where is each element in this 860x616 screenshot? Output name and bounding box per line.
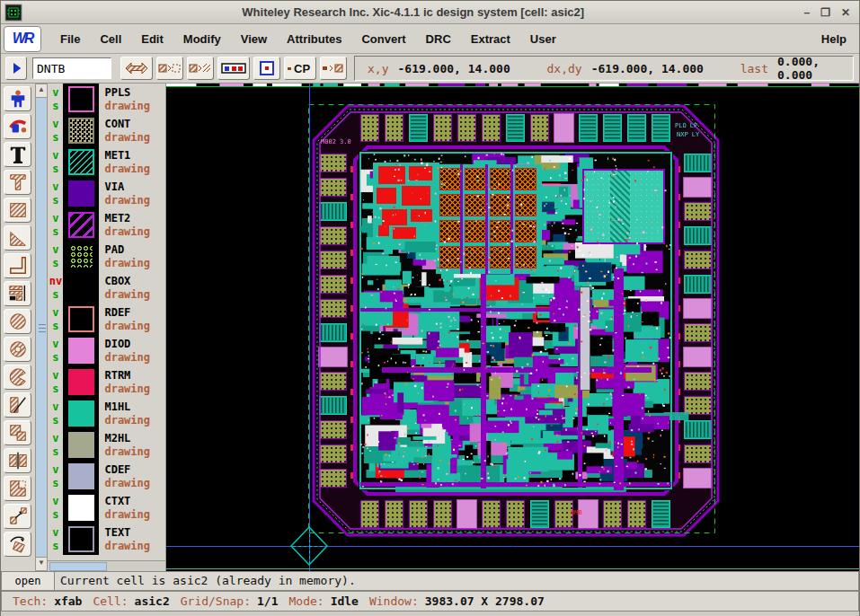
place-copy-button[interactable] [320,57,347,80]
xor-tool[interactable] [4,420,31,445]
minimize-button[interactable]: – [803,6,810,19]
layer-selectable-flag[interactable]: s [52,131,58,145]
layer-palette-button[interactable] [217,57,250,80]
palette-scroll-track[interactable] [35,98,49,557]
menu-item-modify[interactable]: Modify [173,29,231,49]
layer-swatch-diod[interactable] [68,338,94,364]
deselect-tool[interactable] [4,114,31,139]
break-tool[interactable] [4,448,31,473]
layer-swatch-cdef[interactable] [68,463,94,489]
layer-swatch-text[interactable] [68,526,94,552]
round-tool[interactable] [4,309,31,334]
layer-swatch-pad[interactable] [68,243,94,269]
layer-row-cont[interactable]: vsCONTdrawing [48,115,165,146]
layer-row-rtrm[interactable]: vsRTRMdrawing [48,366,165,398]
menu-item-drc[interactable]: DRC [416,29,461,49]
swap-windows-button[interactable] [120,57,153,80]
layer-selectable-flag[interactable]: s [52,225,58,239]
layer-visibility-flag[interactable]: v [52,526,58,540]
layer-swatch-rdef[interactable] [68,306,94,332]
layer-visibility-flag[interactable]: v [52,338,58,351]
layer-selectable-flag[interactable]: s [52,257,58,270]
spin-tool[interactable] [4,532,31,557]
layout-canvas[interactable] [166,84,859,571]
layer-swatch-met2[interactable] [68,212,94,238]
layer-swatch-rtrm[interactable] [68,369,94,395]
layer-swatch-m1hl[interactable] [68,400,94,427]
logo-tool[interactable] [4,170,31,195]
place-outline-button[interactable] [156,57,183,80]
wire-tool[interactable] [4,253,31,278]
layer-row-diod[interactable]: vsDIODdrawing [48,335,165,366]
menu-help[interactable]: Help [821,32,847,46]
palette-hscrollbar[interactable] [48,560,165,571]
menu-item-file[interactable]: File [50,29,90,49]
polygon-tool[interactable] [4,225,31,251]
layer-swatch-m2hl[interactable] [68,432,94,458]
layer-selectable-flag[interactable]: s [52,100,58,113]
layer-visibility-flag[interactable]: v [52,495,58,508]
palette-scroll-up-button[interactable]: ▲ [35,84,49,98]
wr-logo-button[interactable]: WR [4,26,41,52]
menu-item-view[interactable]: View [231,29,277,49]
layer-visibility-flag[interactable]: v [52,212,58,225]
layer-row-via[interactable]: vsVIAdrawing [48,178,165,209]
layer-visibility-flag[interactable]: v [52,118,58,131]
layer-row-met2[interactable]: vsMET2drawing [48,209,165,241]
layer-swatch-ctxt[interactable] [68,495,94,521]
layer-visibility-flag[interactable]: v [52,432,58,445]
layer-visibility-flag[interactable]: v [52,306,58,320]
layer-visibility-flag[interactable]: v [52,180,58,194]
layer-selectable-flag[interactable]: s [52,477,58,490]
menu-item-edit[interactable]: Edit [131,29,173,49]
layer-selectable-flag[interactable]: s [52,540,58,553]
layer-row-ctxt[interactable]: vsCTXTdrawing [48,492,165,524]
layer-blink-button[interactable] [253,57,280,80]
put-tool[interactable] [4,504,31,529]
arc-tool[interactable] [4,365,31,390]
layer-selectable-flag[interactable]: s [52,288,58,302]
layer-selectable-flag[interactable]: s [52,383,58,396]
layer-visibility-flag[interactable]: v [52,243,58,257]
donut-tool[interactable] [4,337,31,362]
layer-swatch-cont[interactable] [68,118,94,144]
layer-selectable-flag[interactable]: s [52,163,58,176]
layer-row-m2hl[interactable]: vsM2HLdrawing [48,429,165,461]
place-hatch-button[interactable] [187,57,214,80]
layer-row-cbox[interactable]: nvsCBOXdrawing [48,272,165,304]
layer-row-m1hl[interactable]: vsM1HLdrawing [48,398,165,429]
prompt-play-button[interactable] [5,57,27,80]
layer-selectable-flag[interactable]: s [52,351,58,365]
menu-item-convert[interactable]: Convert [351,29,415,49]
open-button[interactable]: open [1,571,55,591]
layer-selectable-flag[interactable]: s [52,320,58,333]
layer-visibility-flag[interactable]: v [52,149,58,163]
layer-selectable-flag[interactable]: s [52,194,58,207]
layer-visibility-flag[interactable]: v [52,86,58,100]
cell-place-button[interactable]: CP [284,57,316,80]
layer-row-text[interactable]: vsTEXTdrawing [48,524,165,555]
layer-swatch-met1[interactable] [68,149,94,175]
layer-row-rdef[interactable]: vsRDEFdrawing [48,304,165,335]
box-tool[interactable] [4,198,31,223]
menu-item-cell[interactable]: Cell [90,29,131,49]
maximize-button[interactable]: ❐ [820,6,830,19]
menu-item-user[interactable]: User [520,29,566,49]
palette-scroll-down-button[interactable]: ▼ [35,557,49,571]
close-button[interactable]: ✕ [841,6,850,19]
layer-swatch-ppls[interactable] [68,86,94,112]
layer-swatch-via[interactable] [68,180,94,207]
sides-tool[interactable] [4,392,31,418]
layer-selectable-flag[interactable]: s [52,508,58,522]
palette-hscroll-thumb[interactable] [49,562,107,571]
layer-row-pad[interactable]: vsPADdrawing [48,241,165,272]
layer-row-cdef[interactable]: vsCDEFdrawing [48,461,165,492]
menu-item-attributes[interactable]: Attributes [277,29,351,49]
layer-visibility-flag[interactable]: v [52,369,58,383]
menu-item-extract[interactable]: Extract [461,29,520,49]
layer-swatch-cbox[interactable] [68,275,94,301]
layer-row-ppls[interactable]: vsPPLSdrawing [48,84,165,115]
layer-selectable-flag[interactable]: s [52,445,58,459]
select-tool[interactable] [4,86,31,111]
cell-name-input[interactable] [32,57,111,79]
